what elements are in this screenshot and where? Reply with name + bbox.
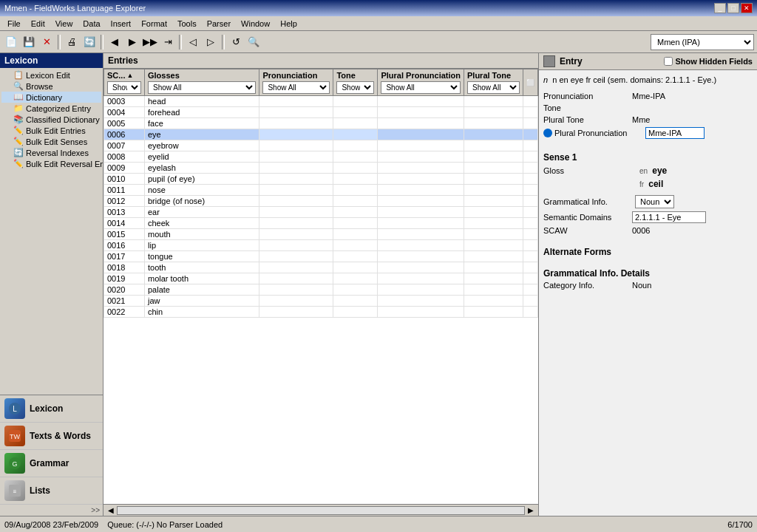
new-button[interactable]: 📄	[3, 34, 19, 50]
table-row[interactable]: 0018 tooth	[104, 262, 538, 273]
back-button[interactable]: ◀	[106, 34, 123, 50]
table-row[interactable]: 0011 nose	[104, 185, 538, 196]
table-row[interactable]: 0014 cheek	[104, 218, 538, 229]
sc-filter[interactable]: Show	[107, 81, 141, 94]
plural-pron-filter[interactable]: Show All	[381, 81, 461, 94]
table-row[interactable]: 0013 ear	[104, 207, 538, 218]
nav-section-texts-words[interactable]: TW Texts & Words	[0, 423, 103, 450]
menu-tools[interactable]: Tools	[173, 18, 201, 29]
table-row[interactable]: 0003 head	[104, 96, 538, 107]
table-row[interactable]: 0007 eyebrow	[104, 140, 538, 151]
print-button[interactable]: 🖨	[64, 34, 80, 50]
save-button[interactable]: 💾	[21, 34, 37, 50]
refresh-button[interactable]: 🔄	[81, 34, 98, 50]
table-scrollbar[interactable]: ◀ ▶	[103, 504, 538, 516]
menu-edit[interactable]: Edit	[27, 18, 50, 29]
bulk-edit-entries-icon: ✏️	[13, 126, 24, 135]
jump-button[interactable]: ⇥	[160, 34, 176, 50]
menu-format[interactable]: Format	[137, 18, 172, 29]
horizontal-scrollbar[interactable]	[117, 506, 525, 515]
cell-plural-pronunciation	[378, 218, 464, 229]
table-row[interactable]: 0021 jaw	[104, 296, 538, 307]
menu-parser[interactable]: Parser	[203, 18, 235, 29]
cell-extra	[523, 307, 538, 318]
nav-section-lists[interactable]: ≡ Lists	[0, 477, 103, 505]
grammatical-info-field: Grammatical Info. Noun	[543, 195, 753, 208]
cell-plural-tone	[464, 140, 523, 151]
menu-data[interactable]: Data	[78, 18, 104, 29]
minimize-button[interactable]: _	[714, 3, 726, 13]
gram-info-dropdown[interactable]: Noun	[635, 195, 674, 208]
col-header-pronunciation[interactable]: Pronunciation Show All	[259, 69, 333, 96]
close-button[interactable]: ✕	[741, 3, 753, 13]
maximize-button[interactable]: □	[727, 3, 739, 13]
sidebar-item-dictionary[interactable]: 📖 Dictionary	[1, 92, 101, 103]
cell-extra	[523, 151, 538, 163]
menu-window[interactable]: Window	[237, 18, 274, 29]
table-row[interactable]: 0019 molar tooth	[104, 273, 538, 284]
col-header-plural-pron[interactable]: Plural Pronunciation Show All	[378, 69, 464, 96]
nav-section-lexicon[interactable]: L Lexicon	[0, 395, 103, 423]
language-dropdown[interactable]: Mmen (IPA) English French	[651, 34, 754, 50]
sidebar-item-categorized-entry[interactable]: 📁 Categorized Entry	[1, 103, 101, 114]
menu-view[interactable]: View	[51, 18, 78, 29]
table-row[interactable]: 0015 mouth	[104, 229, 538, 240]
menu-insert[interactable]: Insert	[106, 18, 136, 29]
menu-file[interactable]: File	[3, 18, 25, 29]
table-row[interactable]: 0020 palate	[104, 284, 538, 296]
show-hidden-checkbox[interactable]	[664, 57, 673, 66]
pronunciation-filter[interactable]: Show All	[262, 81, 330, 94]
undo-button[interactable]: ✕	[38, 34, 55, 50]
sidebar-item-bulk-edit-senses[interactable]: ✏️ Bulk Edit Senses	[1, 136, 101, 147]
table-row[interactable]: 0022 chin	[104, 307, 538, 318]
sidebar-item-reversal-indexes[interactable]: 🔄 Reversal Indexes	[1, 147, 101, 158]
tone-label: Tone	[543, 103, 632, 112]
table-row[interactable]: 0017 tongue	[104, 251, 538, 262]
tone-filter[interactable]: Show All	[336, 81, 374, 94]
prev-nav-button[interactable]: ◁	[185, 34, 201, 50]
search-button[interactable]: 🔍	[245, 34, 262, 50]
table-row[interactable]: 0005 face	[104, 118, 538, 129]
table-row[interactable]: 0004 forehead	[104, 107, 538, 118]
gloss-filter[interactable]: Show All	[148, 81, 256, 94]
plural-pron-input[interactable]	[645, 127, 705, 139]
table-row[interactable]: 0009 eyelash	[104, 163, 538, 174]
table-row[interactable]: 0016 lip	[104, 240, 538, 251]
next-nav-button[interactable]: ▷	[203, 34, 219, 50]
table-row[interactable]: 0012 bridge (of nose)	[104, 196, 538, 207]
nav-lists-label: Lists	[30, 485, 50, 496]
col-header-gloss[interactable]: Glosses Show All	[145, 69, 259, 96]
cell-tone	[333, 118, 378, 129]
nav-texts-words-label: Texts & Words	[30, 431, 91, 441]
forward-button[interactable]: ▶	[124, 34, 140, 50]
col-header-sc[interactable]: SC... ▲ Show	[104, 69, 145, 96]
sidebar-item-bulk-edit-entries[interactable]: ✏️ Bulk Edit Entries	[1, 125, 101, 136]
table-row[interactable]: 0010 pupil (of eye)	[104, 174, 538, 185]
menu-bar: File Edit View Data Insert Format Tools …	[0, 16, 757, 31]
scroll-left-button[interactable]: ◀	[105, 506, 117, 514]
entries-table-wrapper[interactable]: SC... ▲ Show Glosses	[103, 69, 538, 504]
forward2-button[interactable]: ▶▶	[142, 34, 158, 50]
menu-help[interactable]: Help	[276, 18, 302, 29]
sidebar-item-classified-dictionary[interactable]: 📚 Classified Dictionary	[1, 114, 101, 125]
refresh2-button[interactable]: ↺	[228, 34, 244, 50]
sidebar-item-lexicon-edit[interactable]: 📋 Lexicon Edit	[1, 69, 101, 81]
cell-plural-tone	[464, 107, 523, 118]
plural-tone-filter[interactable]: Show All	[467, 81, 520, 94]
semantic-domains-input[interactable]	[632, 211, 706, 223]
entries-panel: Entries SC... ▲ Show	[103, 53, 539, 516]
svg-text:L: L	[13, 405, 17, 413]
col-header-tone[interactable]: Tone Show All	[333, 69, 378, 96]
scroll-right-button[interactable]: ▶	[525, 506, 537, 514]
nav-section-grammar[interactable]: G Grammar	[0, 450, 103, 477]
col-header-plural-tone[interactable]: Plural Tone Show All	[464, 69, 523, 96]
gloss-values: en eye fr ceil	[632, 166, 667, 192]
sidebar-expand-button[interactable]: >>	[0, 505, 103, 516]
sidebar-item-browse[interactable]: 🔍 Browse	[1, 81, 101, 92]
cell-plural-pronunciation	[378, 96, 464, 107]
sidebar-item-bulk-edit-reversal[interactable]: ✏️ Bulk Edit Reversal Entrie	[1, 158, 101, 169]
cell-pronunciation	[259, 129, 333, 140]
cell-extra	[523, 163, 538, 174]
table-row[interactable]: 0008 eyelid	[104, 151, 538, 163]
table-row[interactable]: 0006 eye	[104, 129, 538, 140]
